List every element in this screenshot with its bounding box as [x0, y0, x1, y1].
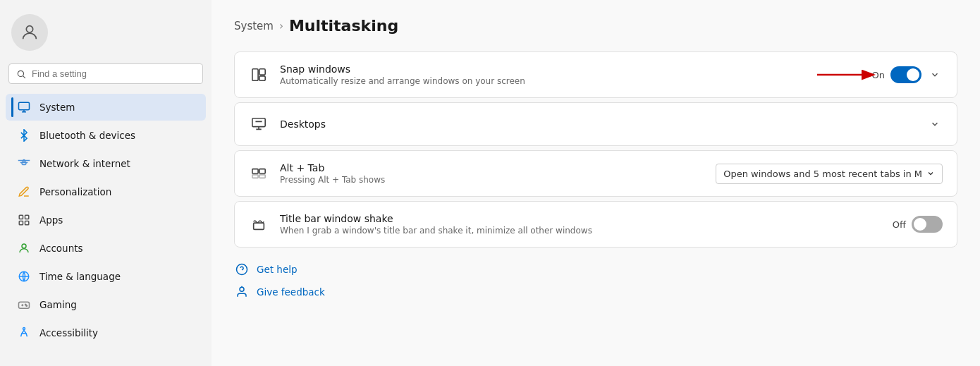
- sidebar-item-label: Accounts: [39, 243, 83, 254]
- sidebar-item-accessibility[interactable]: Accessibility: [6, 319, 206, 346]
- alt-tab-desc: Pressing Alt + Tab shows: [280, 175, 704, 185]
- alt-tab-icon: [249, 164, 269, 183]
- title-bar-shake-control[interactable]: Off: [893, 216, 943, 233]
- sidebar-item-label: Gaming: [39, 299, 77, 310]
- sidebar-item-label: Time & language: [39, 271, 121, 282]
- snap-windows-toggle[interactable]: [890, 66, 921, 83]
- title-bar-shake-row: Title bar window shake When I grab a win…: [235, 202, 957, 247]
- svg-rect-13: [19, 302, 30, 308]
- snap-windows-desc: Automatically resize and arrange windows…: [280, 76, 861, 86]
- apps-icon: [17, 213, 31, 227]
- snap-windows-text: Snap windows Automatically resize and ar…: [280, 63, 861, 86]
- get-help-link[interactable]: Get help: [234, 262, 957, 277]
- svg-rect-3: [19, 102, 30, 110]
- alt-tab-row: Alt + Tab Pressing Alt + Tab shows Open …: [235, 151, 957, 196]
- svg-rect-7: [19, 215, 23, 219]
- snap-windows-title: Snap windows: [280, 63, 861, 75]
- svg-point-17: [26, 305, 27, 307]
- svg-rect-19: [252, 69, 258, 81]
- snap-windows-control[interactable]: On: [872, 66, 943, 83]
- monitor-icon: [17, 100, 31, 114]
- svg-rect-29: [259, 169, 265, 173]
- accounts-icon: [17, 241, 31, 255]
- snap-windows-icon: [249, 65, 269, 85]
- give-feedback-icon: [234, 284, 250, 300]
- svg-rect-8: [25, 215, 29, 219]
- svg-rect-28: [252, 169, 258, 173]
- sidebar-item-time[interactable]: Time & language: [6, 263, 206, 290]
- svg-point-0: [26, 26, 32, 32]
- sidebar: System Bluetooth & devices Network & int…: [0, 0, 212, 366]
- pencil-icon: [17, 185, 31, 199]
- search-input[interactable]: [32, 68, 195, 79]
- breadcrumb-separator: ›: [279, 20, 283, 32]
- sidebar-item-accounts[interactable]: Accounts: [6, 235, 206, 262]
- svg-rect-32: [254, 223, 264, 229]
- title-bar-shake-state: Off: [893, 219, 906, 230]
- search-box[interactable]: [8, 63, 203, 84]
- sidebar-item-label: Network & internet: [39, 158, 130, 169]
- snap-windows-expand-button[interactable]: [927, 67, 943, 83]
- svg-rect-9: [19, 221, 23, 225]
- desktops-card: Desktops: [234, 102, 957, 146]
- title-bar-shake-text: Title bar window shake When I grab a win…: [280, 213, 881, 236]
- title-bar-shake-desc: When I grab a window's title bar and sha…: [280, 226, 881, 236]
- svg-rect-24: [252, 118, 265, 127]
- title-bar-shake-card: Title bar window shake When I grab a win…: [234, 201, 957, 248]
- desktops-row: Desktops: [235, 103, 957, 145]
- get-help-label: Get help: [257, 264, 298, 275]
- give-feedback-link[interactable]: Give feedback: [234, 284, 957, 300]
- alt-tab-text: Alt + Tab Pressing Alt + Tab shows: [280, 162, 704, 185]
- snap-windows-state: On: [872, 70, 885, 80]
- breadcrumb-parent: System: [234, 20, 274, 32]
- desktops-expand-button[interactable]: [927, 116, 943, 132]
- network-icon: [17, 157, 31, 171]
- sidebar-item-label: Bluetooth & devices: [39, 130, 135, 141]
- sidebar-item-network[interactable]: Network & internet: [6, 150, 206, 177]
- alt-tab-dropdown[interactable]: Open windows and 5 most recent tabs in M: [716, 164, 943, 184]
- svg-point-35: [240, 287, 244, 291]
- sidebar-item-apps[interactable]: Apps: [6, 207, 206, 233]
- sidebar-item-label: Apps: [39, 214, 63, 226]
- title-bar-shake-icon: [249, 214, 269, 234]
- svg-rect-20: [259, 69, 265, 75]
- alt-tab-control[interactable]: Open windows and 5 most recent tabs in M: [716, 164, 943, 184]
- bluetooth-icon: [17, 128, 31, 142]
- svg-rect-10: [25, 221, 29, 225]
- desktops-text: Desktops: [280, 118, 916, 130]
- sidebar-item-gaming[interactable]: Gaming: [6, 291, 206, 318]
- sidebar-item-personalization[interactable]: Personalization: [6, 178, 206, 205]
- alt-tab-title: Alt + Tab: [280, 162, 704, 173]
- give-feedback-label: Give feedback: [257, 286, 325, 298]
- alt-tab-card: Alt + Tab Pressing Alt + Tab shows Open …: [234, 150, 957, 197]
- snap-windows-card: Snap windows Automatically resize and ar…: [234, 51, 957, 98]
- dropdown-chevron-icon: [926, 169, 935, 178]
- svg-rect-31: [259, 175, 265, 178]
- help-section: Get help Give feedback: [234, 262, 957, 300]
- page-title: Multitasking: [289, 17, 398, 35]
- get-help-icon: [234, 262, 250, 277]
- main-content: System › Multitasking Snap windows Autom…: [212, 0, 980, 366]
- svg-point-6: [23, 159, 25, 161]
- gaming-icon: [17, 298, 31, 312]
- accessibility-icon: [17, 326, 31, 340]
- toggle-knob: [907, 68, 919, 81]
- avatar: [11, 14, 48, 51]
- sidebar-item-system[interactable]: System: [6, 94, 206, 121]
- sidebar-item-label: Accessibility: [39, 327, 98, 338]
- sidebar-item-bluetooth[interactable]: Bluetooth & devices: [6, 122, 206, 149]
- alt-tab-dropdown-value: Open windows and 5 most recent tabs in M: [723, 169, 922, 179]
- sidebar-item-label: System: [39, 102, 75, 113]
- search-icon: [16, 69, 26, 79]
- title-bar-shake-toggle[interactable]: [912, 216, 943, 233]
- svg-point-1: [18, 71, 23, 76]
- globe-icon: [17, 269, 31, 283]
- desktops-title: Desktops: [280, 118, 916, 130]
- toggle-knob-shake: [914, 218, 926, 231]
- sidebar-item-label: Personalization: [39, 186, 111, 197]
- breadcrumb: System › Multitasking: [234, 17, 957, 35]
- svg-line-2: [23, 75, 25, 78]
- desktops-icon: [249, 114, 269, 134]
- svg-rect-21: [259, 76, 265, 80]
- svg-rect-30: [252, 175, 258, 178]
